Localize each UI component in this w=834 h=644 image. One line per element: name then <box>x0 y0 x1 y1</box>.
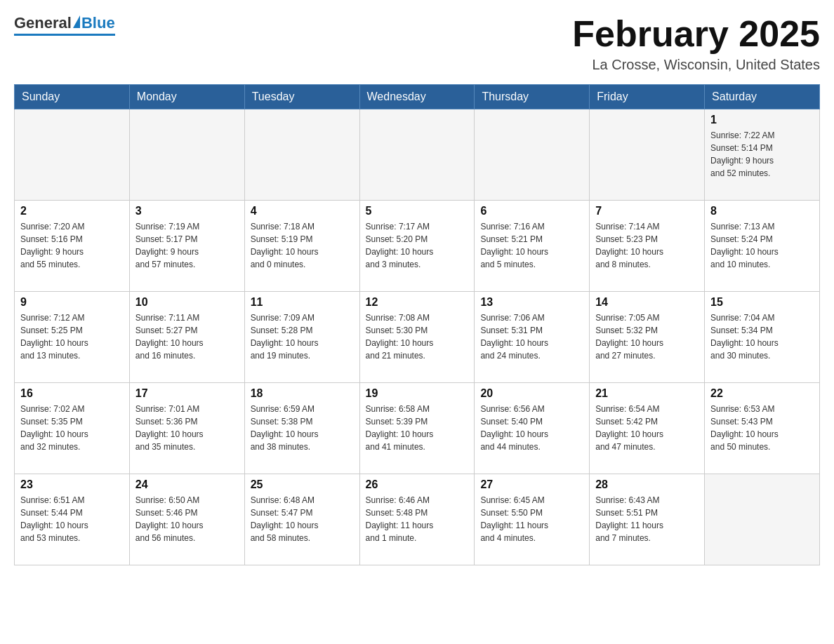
day-info: Sunrise: 6:54 AM Sunset: 5:42 PM Dayligh… <box>595 403 699 453</box>
logo-triangle-icon <box>73 15 80 28</box>
calendar-cell: 15Sunrise: 7:04 AM Sunset: 5:34 PM Dayli… <box>705 292 820 383</box>
calendar-cell <box>359 109 475 201</box>
day-number: 17 <box>135 387 239 400</box>
day-number: 3 <box>135 205 239 217</box>
day-info: Sunrise: 6:50 AM Sunset: 5:46 PM Dayligh… <box>135 494 239 544</box>
day-number: 4 <box>251 205 354 217</box>
day-number: 12 <box>366 296 469 309</box>
calendar-cell: 22Sunrise: 6:53 AM Sunset: 5:43 PM Dayli… <box>705 383 820 474</box>
calendar-cell: 18Sunrise: 6:59 AM Sunset: 5:38 PM Dayli… <box>244 383 359 474</box>
day-number: 27 <box>480 478 583 491</box>
day-info: Sunrise: 7:06 AM Sunset: 5:31 PM Dayligh… <box>480 311 583 362</box>
day-info: Sunrise: 6:43 AM Sunset: 5:51 PM Dayligh… <box>595 494 699 544</box>
logo-underline <box>14 34 115 36</box>
calendar-cell: 7Sunrise: 7:14 AM Sunset: 5:23 PM Daylig… <box>590 201 705 292</box>
calendar-cell <box>705 474 820 565</box>
calendar-week-row: 9Sunrise: 7:12 AM Sunset: 5:25 PM Daylig… <box>15 292 820 383</box>
calendar-day-header: Thursday <box>475 85 590 109</box>
day-number: 16 <box>20 387 124 400</box>
calendar-cell: 21Sunrise: 6:54 AM Sunset: 5:42 PM Dayli… <box>590 383 705 474</box>
day-number: 26 <box>366 478 469 491</box>
day-info: Sunrise: 7:05 AM Sunset: 5:32 PM Dayligh… <box>595 311 699 362</box>
day-number: 11 <box>251 296 354 309</box>
calendar-cell: 1Sunrise: 7:22 AM Sunset: 5:14 PM Daylig… <box>705 109 820 201</box>
day-number: 28 <box>595 478 699 491</box>
calendar-week-row: 16Sunrise: 7:02 AM Sunset: 5:35 PM Dayli… <box>15 383 820 474</box>
calendar-day-header: Saturday <box>705 85 820 109</box>
calendar-cell <box>15 109 130 201</box>
day-info: Sunrise: 7:13 AM Sunset: 5:24 PM Dayligh… <box>710 220 814 271</box>
day-number: 20 <box>480 387 583 400</box>
day-info: Sunrise: 6:48 AM Sunset: 5:47 PM Dayligh… <box>251 494 354 544</box>
calendar-cell: 14Sunrise: 7:05 AM Sunset: 5:32 PM Dayli… <box>590 292 705 383</box>
day-number: 1 <box>710 114 814 126</box>
calendar-cell: 2Sunrise: 7:20 AM Sunset: 5:16 PM Daylig… <box>15 201 130 292</box>
calendar-cell: 11Sunrise: 7:09 AM Sunset: 5:28 PM Dayli… <box>244 292 359 383</box>
calendar-day-header: Friday <box>590 85 705 109</box>
day-number: 6 <box>480 205 583 217</box>
month-title: February 2025 <box>572 14 820 54</box>
day-info: Sunrise: 6:59 AM Sunset: 5:38 PM Dayligh… <box>251 403 354 453</box>
calendar-cell: 25Sunrise: 6:48 AM Sunset: 5:47 PM Dayli… <box>244 474 359 565</box>
calendar-day-header: Monday <box>129 85 244 109</box>
calendar-cell: 20Sunrise: 6:56 AM Sunset: 5:40 PM Dayli… <box>475 383 590 474</box>
calendar-cell: 26Sunrise: 6:46 AM Sunset: 5:48 PM Dayli… <box>359 474 475 565</box>
calendar-cell <box>475 109 590 201</box>
day-info: Sunrise: 7:20 AM Sunset: 5:16 PM Dayligh… <box>20 220 124 271</box>
title-block: February 2025 La Crosse, Wisconsin, Unit… <box>572 14 820 73</box>
calendar-week-row: 2Sunrise: 7:20 AM Sunset: 5:16 PM Daylig… <box>15 201 820 292</box>
day-info: Sunrise: 6:58 AM Sunset: 5:39 PM Dayligh… <box>366 403 469 453</box>
calendar-cell: 16Sunrise: 7:02 AM Sunset: 5:35 PM Dayli… <box>15 383 130 474</box>
page-header: General Blue February 2025 La Crosse, Wi… <box>14 14 820 73</box>
logo-blue-text: Blue <box>81 14 115 32</box>
calendar-cell: 5Sunrise: 7:17 AM Sunset: 5:20 PM Daylig… <box>359 201 475 292</box>
day-number: 7 <box>595 205 699 217</box>
day-number: 9 <box>20 296 124 309</box>
calendar-cell: 3Sunrise: 7:19 AM Sunset: 5:17 PM Daylig… <box>129 201 244 292</box>
day-info: Sunrise: 7:11 AM Sunset: 5:27 PM Dayligh… <box>135 311 239 362</box>
day-info: Sunrise: 6:46 AM Sunset: 5:48 PM Dayligh… <box>366 494 469 544</box>
day-info: Sunrise: 7:22 AM Sunset: 5:14 PM Dayligh… <box>710 129 814 180</box>
day-number: 21 <box>595 387 699 400</box>
day-info: Sunrise: 6:53 AM Sunset: 5:43 PM Dayligh… <box>710 403 814 453</box>
day-info: Sunrise: 7:04 AM Sunset: 5:34 PM Dayligh… <box>710 311 814 362</box>
day-info: Sunrise: 7:14 AM Sunset: 5:23 PM Dayligh… <box>595 220 699 271</box>
day-info: Sunrise: 7:08 AM Sunset: 5:30 PM Dayligh… <box>366 311 469 362</box>
calendar-cell <box>129 109 244 201</box>
day-info: Sunrise: 7:16 AM Sunset: 5:21 PM Dayligh… <box>480 220 583 271</box>
day-info: Sunrise: 6:51 AM Sunset: 5:44 PM Dayligh… <box>20 494 124 544</box>
logo-general-text: General <box>14 14 72 32</box>
day-info: Sunrise: 7:18 AM Sunset: 5:19 PM Dayligh… <box>251 220 354 271</box>
calendar-cell: 28Sunrise: 6:43 AM Sunset: 5:51 PM Dayli… <box>590 474 705 565</box>
day-info: Sunrise: 6:56 AM Sunset: 5:40 PM Dayligh… <box>480 403 583 453</box>
calendar-cell: 13Sunrise: 7:06 AM Sunset: 5:31 PM Dayli… <box>475 292 590 383</box>
calendar-cell <box>590 109 705 201</box>
day-info: Sunrise: 7:02 AM Sunset: 5:35 PM Dayligh… <box>20 403 124 453</box>
calendar-week-row: 23Sunrise: 6:51 AM Sunset: 5:44 PM Dayli… <box>15 474 820 565</box>
day-number: 10 <box>135 296 239 309</box>
calendar-cell: 27Sunrise: 6:45 AM Sunset: 5:50 PM Dayli… <box>475 474 590 565</box>
calendar-cell: 9Sunrise: 7:12 AM Sunset: 5:25 PM Daylig… <box>15 292 130 383</box>
day-number: 8 <box>710 205 814 217</box>
day-number: 5 <box>366 205 469 217</box>
day-number: 14 <box>595 296 699 309</box>
day-info: Sunrise: 7:01 AM Sunset: 5:36 PM Dayligh… <box>135 403 239 453</box>
calendar-cell: 17Sunrise: 7:01 AM Sunset: 5:36 PM Dayli… <box>129 383 244 474</box>
day-number: 19 <box>366 387 469 400</box>
calendar-cell: 19Sunrise: 6:58 AM Sunset: 5:39 PM Dayli… <box>359 383 475 474</box>
calendar-cell: 23Sunrise: 6:51 AM Sunset: 5:44 PM Dayli… <box>15 474 130 565</box>
day-number: 18 <box>251 387 354 400</box>
logo: General Blue <box>14 14 115 36</box>
calendar-day-header: Tuesday <box>244 85 359 109</box>
calendar-cell: 24Sunrise: 6:50 AM Sunset: 5:46 PM Dayli… <box>129 474 244 565</box>
calendar-table: SundayMondayTuesdayWednesdayThursdayFrid… <box>14 84 820 565</box>
calendar-week-row: 1Sunrise: 7:22 AM Sunset: 5:14 PM Daylig… <box>15 109 820 201</box>
location-text: La Crosse, Wisconsin, United States <box>572 57 820 73</box>
day-number: 15 <box>710 296 814 309</box>
calendar-day-header: Sunday <box>15 85 130 109</box>
day-info: Sunrise: 7:09 AM Sunset: 5:28 PM Dayligh… <box>251 311 354 362</box>
calendar-cell: 10Sunrise: 7:11 AM Sunset: 5:27 PM Dayli… <box>129 292 244 383</box>
calendar-cell: 12Sunrise: 7:08 AM Sunset: 5:30 PM Dayli… <box>359 292 475 383</box>
day-number: 23 <box>20 478 124 491</box>
calendar-cell: 6Sunrise: 7:16 AM Sunset: 5:21 PM Daylig… <box>475 201 590 292</box>
